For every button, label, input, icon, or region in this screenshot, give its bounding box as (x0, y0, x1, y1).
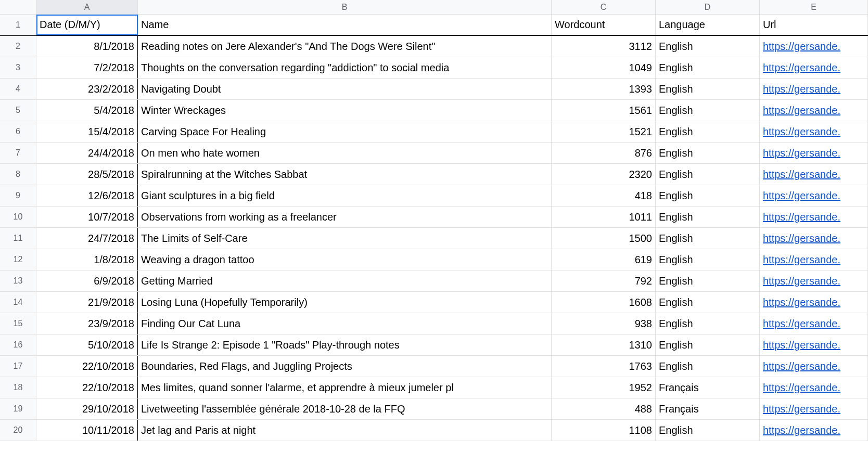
cell-date[interactable]: 23/2/2018 (36, 79, 138, 99)
cell-name[interactable]: Spiralrunning at the Witches Sabbat (138, 164, 552, 185)
row-header[interactable]: 5 (0, 100, 36, 121)
cell-language[interactable]: English (656, 313, 760, 334)
cell-name[interactable]: Winter Wreckages (138, 100, 552, 121)
cell-language[interactable]: Français (656, 398, 760, 419)
cell-url[interactable]: https://gersande. (760, 398, 868, 419)
cell-name[interactable]: Observations from working as a freelance… (138, 207, 552, 227)
row-header[interactable]: 17 (0, 356, 36, 377)
cell-name[interactable]: Life Is Strange 2: Episode 1 "Roads" Pla… (138, 334, 552, 355)
cell-language[interactable]: English (656, 356, 760, 377)
cell-d1[interactable]: Language (656, 15, 760, 35)
cell-date[interactable]: 29/10/2018 (36, 398, 138, 419)
cell-url[interactable]: https://gersande. (760, 334, 868, 355)
column-header-c[interactable]: C (552, 0, 656, 14)
cell-date[interactable]: 10/7/2018 (36, 207, 138, 227)
cell-e1[interactable]: Url (760, 15, 868, 35)
row-header[interactable]: 4 (0, 79, 36, 99)
cell-name[interactable]: Getting Married (138, 270, 552, 291)
cell-url[interactable]: https://gersande. (760, 143, 868, 163)
cell-language[interactable]: English (656, 207, 760, 227)
row-header[interactable]: 20 (0, 420, 36, 441)
cell-b1[interactable]: Name (138, 15, 552, 35)
cell-wordcount[interactable]: 1393 (552, 79, 656, 99)
cell-name[interactable]: The Limits of Self-Care (138, 228, 552, 249)
row-header[interactable]: 19 (0, 398, 36, 419)
column-header-b[interactable]: B (138, 0, 552, 14)
cell-name[interactable]: On men who hate women (138, 143, 552, 163)
cell-date[interactable]: 1/8/2018 (36, 249, 138, 270)
cell-url[interactable]: https://gersande. (760, 313, 868, 334)
row-header[interactable]: 3 (0, 57, 36, 78)
cell-name[interactable]: Mes limites, quand sonner l'alarme, et a… (138, 377, 552, 398)
row-header[interactable]: 7 (0, 143, 36, 163)
cell-url[interactable]: https://gersande. (760, 36, 868, 57)
cell-date[interactable]: 22/10/2018 (36, 356, 138, 377)
cell-date[interactable]: 10/11/2018 (36, 420, 138, 441)
cell-name[interactable]: Navigating Doubt (138, 79, 552, 99)
cell-date[interactable]: 6/9/2018 (36, 270, 138, 291)
cell-language[interactable]: English (656, 36, 760, 57)
cell-language[interactable]: English (656, 270, 760, 291)
column-header-a[interactable]: A (36, 0, 138, 14)
cell-url[interactable]: https://gersande. (760, 249, 868, 270)
cell-language[interactable]: English (656, 79, 760, 99)
cell-url[interactable]: https://gersande. (760, 121, 868, 142)
cell-language[interactable]: English (656, 100, 760, 121)
cell-date[interactable]: 5/10/2018 (36, 334, 138, 355)
row-header[interactable]: 10 (0, 207, 36, 227)
cell-name[interactable]: Boundaries, Red Flags, and Juggling Proj… (138, 356, 552, 377)
cell-url[interactable]: https://gersande. (760, 207, 868, 227)
cell-date[interactable]: 12/6/2018 (36, 185, 138, 206)
row-header[interactable]: 9 (0, 185, 36, 206)
cell-wordcount[interactable]: 619 (552, 249, 656, 270)
cell-name[interactable]: Carving Space For Healing (138, 121, 552, 142)
cell-c1[interactable]: Wordcount (552, 15, 656, 35)
cell-wordcount[interactable]: 792 (552, 270, 656, 291)
cell-language[interactable]: English (656, 164, 760, 185)
cell-date[interactable]: 15/4/2018 (36, 121, 138, 142)
cell-name[interactable]: Reading notes on Jere Alexander's "And T… (138, 36, 552, 57)
cell-date[interactable]: 28/5/2018 (36, 164, 138, 185)
cell-wordcount[interactable]: 876 (552, 143, 656, 163)
cell-date[interactable]: 7/2/2018 (36, 57, 138, 78)
column-header-d[interactable]: D (656, 0, 760, 14)
cell-wordcount[interactable]: 2320 (552, 164, 656, 185)
cell-wordcount[interactable]: 488 (552, 398, 656, 419)
cell-url[interactable]: https://gersande. (760, 228, 868, 249)
cell-url[interactable]: https://gersande. (760, 164, 868, 185)
cell-date[interactable]: 22/10/2018 (36, 377, 138, 398)
cell-wordcount[interactable]: 3112 (552, 36, 656, 57)
cell-name[interactable]: Giant sculptures in a big field (138, 185, 552, 206)
cell-date[interactable]: 24/4/2018 (36, 143, 138, 163)
cell-date[interactable]: 24/7/2018 (36, 228, 138, 249)
cell-wordcount[interactable]: 1011 (552, 207, 656, 227)
cell-language[interactable]: English (656, 143, 760, 163)
cell-language[interactable]: Français (656, 377, 760, 398)
cell-url[interactable]: https://gersande. (760, 292, 868, 313)
cell-url[interactable]: https://gersande. (760, 270, 868, 291)
cell-wordcount[interactable]: 938 (552, 313, 656, 334)
cell-date[interactable]: 21/9/2018 (36, 292, 138, 313)
row-header[interactable]: 15 (0, 313, 36, 334)
cell-wordcount[interactable]: 1608 (552, 292, 656, 313)
cell-wordcount[interactable]: 1500 (552, 228, 656, 249)
cell-name[interactable]: Livetweeting l'assemblée générale 2018-1… (138, 398, 552, 419)
cell-wordcount[interactable]: 1049 (552, 57, 656, 78)
cell-name[interactable]: Jet lag and Paris at night (138, 420, 552, 441)
select-all-corner[interactable] (0, 0, 36, 14)
row-header[interactable]: 11 (0, 228, 36, 249)
cell-name[interactable]: Thoughts on the conversation regarding "… (138, 57, 552, 78)
column-header-e[interactable]: E (760, 0, 868, 14)
cell-language[interactable]: English (656, 249, 760, 270)
cell-wordcount[interactable]: 1108 (552, 420, 656, 441)
cell-url[interactable]: https://gersande. (760, 100, 868, 121)
cell-language[interactable]: English (656, 228, 760, 249)
cell-date[interactable]: 8/1/2018 (36, 36, 138, 57)
cell-language[interactable]: English (656, 185, 760, 206)
cell-date[interactable]: 23/9/2018 (36, 313, 138, 334)
row-header[interactable]: 2 (0, 36, 36, 57)
cell-language[interactable]: English (656, 121, 760, 142)
cell-a1[interactable]: Date (D/M/Y) (36, 15, 138, 35)
cell-url[interactable]: https://gersande. (760, 185, 868, 206)
row-header[interactable]: 6 (0, 121, 36, 142)
